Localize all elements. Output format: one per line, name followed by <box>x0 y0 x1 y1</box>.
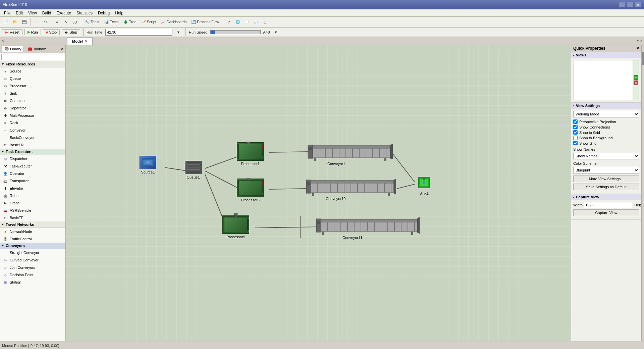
lib-item-join-conveyors[interactable]: ⊃ Join Conveyors <box>0 264 65 271</box>
remove-view-button[interactable]: ✕ <box>634 81 638 85</box>
queue1-object[interactable]: Queue1 <box>185 161 202 179</box>
lib-item-basicte[interactable]: □ BasicTE <box>0 214 65 221</box>
lib-item-sink[interactable]: ▼ Sink <box>0 90 65 97</box>
show-names-dropdown[interactable]: Show Names <box>573 153 639 159</box>
menu-statistics[interactable]: Statistics <box>74 10 95 16</box>
section-conveyors[interactable]: ▼ Conveyors <box>0 243 65 249</box>
open-button[interactable]: 📂 <box>11 18 19 26</box>
chart-button[interactable]: 📊 <box>252 18 260 26</box>
lib-item-dispatcher[interactable]: ◎ Dispatcher <box>0 155 65 162</box>
show-connections-checkbox[interactable] <box>573 125 578 129</box>
qp-capture-title[interactable]: ▪ Capture View <box>571 194 641 200</box>
snap-to-grid-checkbox[interactable] <box>573 130 578 135</box>
lib-item-networknode[interactable]: ● NetworkNode <box>0 228 65 235</box>
web-button[interactable]: 🌐 <box>233 18 242 26</box>
lib-tab-library[interactable]: 📚 Library <box>2 46 24 52</box>
lib-item-elevator[interactable]: ⬆ Elevator <box>0 185 65 192</box>
processor9-object[interactable]: Processor9 <box>222 215 249 239</box>
perspective-projection-checkbox[interactable] <box>573 119 578 124</box>
lib-item-curved-conveyor[interactable]: ↪ Curved Conveyor <box>0 256 65 264</box>
qp-views-title[interactable]: ▪ Views <box>571 52 641 58</box>
lib-item-trafficcontrol[interactable]: 🚦 TrafficControl <box>0 235 65 243</box>
lib-item-combiner[interactable]: ⊕ Combiner <box>0 97 65 104</box>
add-view-button[interactable]: + <box>634 75 638 80</box>
lib-item-basicfr[interactable]: □ BasicFR <box>0 141 65 149</box>
run-button[interactable]: ▶ Run <box>24 29 41 35</box>
scroll-thumb[interactable] <box>642 52 644 65</box>
more-view-settings-button[interactable]: More View Settings... <box>573 176 639 182</box>
lib-item-conveyor[interactable]: → Conveyor <box>0 127 65 134</box>
show-grid-checkbox[interactable] <box>573 141 578 145</box>
save-settings-button[interactable]: Save Settings as Default <box>573 184 639 190</box>
lib-item-robot[interactable]: 🤖 Robot <box>0 192 65 199</box>
run-time-input[interactable] <box>105 29 172 36</box>
stop-button[interactable]: ■ Stop <box>43 29 60 35</box>
lib-item-asrsvehicle[interactable]: 🚗 ASRSvehicle <box>0 207 65 214</box>
menu-execute[interactable]: Execute <box>54 10 74 16</box>
menu-debug[interactable]: Debug <box>95 10 112 16</box>
menu-help[interactable]: Help <box>112 10 126 16</box>
lib-item-station[interactable]: ⊠ Station <box>0 279 65 286</box>
window-buttons[interactable]: — □ ✕ <box>619 2 641 7</box>
processor1-object[interactable]: Processor1 <box>237 142 264 166</box>
conveyor11-object[interactable]: Conveyor11 <box>316 216 420 237</box>
lib-item-multiprocessor[interactable]: ⚙ MultiProcessor <box>0 112 65 119</box>
run-time-dropdown[interactable]: ▼ <box>174 28 182 36</box>
capture-view-button[interactable]: Capture View <box>573 209 639 216</box>
working-mode-dropdown[interactable]: Working Mode <box>573 111 639 117</box>
tools-button[interactable]: 🔧 Tools <box>83 18 101 26</box>
lib-tab-toolbox[interactable]: 🧰 Toolbox <box>25 46 48 52</box>
menu-edit[interactable]: Edit <box>13 10 25 16</box>
processor8-object[interactable]: Processor8 <box>237 179 264 202</box>
source1-object[interactable]: Source1 <box>140 156 156 174</box>
lib-panel-close[interactable]: ✕ <box>61 47 63 51</box>
lib-search-input[interactable] <box>1 54 64 60</box>
right-scrollbar[interactable] <box>641 45 644 341</box>
lib-item-crane[interactable]: 🏗 Crane <box>0 199 65 207</box>
tree-button[interactable]: 🌲 Tree <box>121 18 139 26</box>
clock-button[interactable]: ⏱ <box>261 18 269 26</box>
lib-item-straight-conveyor[interactable]: → Straight Conveyor <box>0 249 65 256</box>
lib-item-decision-point[interactable]: ◇ Decision Point <box>0 271 65 279</box>
section-fixed-resources[interactable]: ▼ Fixed Resources <box>0 61 65 67</box>
save-button[interactable]: 💾 <box>20 18 29 26</box>
pointer-button[interactable]: ↖ <box>62 18 70 26</box>
tab-new-icon[interactable]: ▾ <box>637 39 639 43</box>
close-button[interactable]: ✕ <box>635 2 641 7</box>
snap-to-background-checkbox[interactable] <box>573 136 578 140</box>
section-travel-networks[interactable]: ▼ Travel Networks <box>0 221 65 228</box>
dashboards-button[interactable]: 📈 Dashboards <box>159 18 189 26</box>
lib-item-transporter[interactable]: 🚛 Transporter <box>0 177 65 185</box>
grid-button[interactable]: ⊞ <box>243 18 251 26</box>
width-input[interactable] <box>584 202 633 208</box>
3d-button[interactable]: 3D <box>70 18 79 26</box>
step-button[interactable]: ⏭ Step <box>62 29 80 35</box>
reset-button[interactable]: ⏮ Reset <box>2 29 22 35</box>
process-flow-button[interactable]: 🔄 Process Flow <box>189 18 221 26</box>
run-speed-dropdown[interactable]: ▼ <box>272 28 280 36</box>
lib-item-source[interactable]: ■ Source <box>0 67 65 75</box>
lib-item-queue[interactable]: ▭ Queue <box>0 75 65 82</box>
conveyor10-object[interactable]: Conveyor10 <box>306 177 396 198</box>
canvas-area[interactable]: Source1 Queue1 <box>66 45 571 341</box>
menu-build[interactable]: Build <box>40 10 54 16</box>
color-scheme-dropdown[interactable]: Blueprint <box>573 167 639 173</box>
lib-item-processor[interactable]: ⚙ Processor <box>0 82 65 90</box>
minimize-button[interactable]: — <box>619 2 625 7</box>
menu-file[interactable]: File <box>1 10 13 16</box>
tab-close-icon[interactable]: ✕ <box>85 40 88 43</box>
maximize-button[interactable]: □ <box>627 2 633 7</box>
run-speed-slider[interactable] <box>210 30 261 34</box>
build-mode-button[interactable]: ⚙ <box>53 18 61 26</box>
lib-close-icon[interactable]: ✕ <box>1 39 4 43</box>
qp-close[interactable]: ✕ <box>636 46 639 51</box>
excel-button[interactable]: 📊 Excel <box>102 18 121 26</box>
conveyor1-object[interactable]: Conveyor1 <box>307 142 393 163</box>
menu-view[interactable]: View <box>25 10 40 16</box>
script-button[interactable]: 📝 Script <box>139 18 158 26</box>
lib-item-rack[interactable]: ≡ Rack <box>0 119 65 127</box>
lib-item-taskexecuter[interactable]: ⚒ TaskExecuter <box>0 162 65 170</box>
lib-item-separator[interactable]: ⊖ Separator <box>0 104 65 112</box>
lib-item-operator[interactable]: 👤 Operator <box>0 170 65 177</box>
redo-button[interactable]: ↪ <box>41 18 49 26</box>
